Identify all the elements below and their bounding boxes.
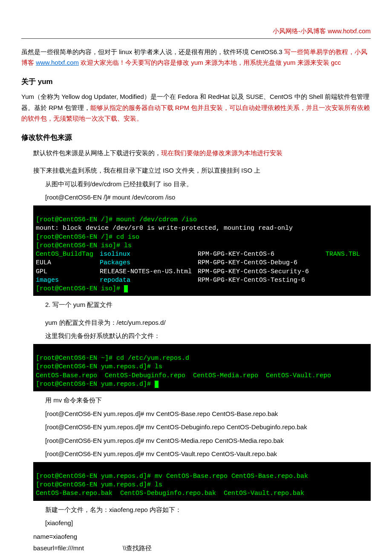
terminal-block-3: [root@CentOS6-EN yum.repos.d]# mv CentOS…: [33, 462, 371, 501]
t1-l3: [root@CentOS6-EN /]# cd iso: [36, 234, 139, 241]
backup-c3: [root@CentOS6-EN yum.repos.d]# mv CentOS…: [45, 435, 371, 446]
modify-p1: 默认软件包来源是从网络上下载进行安装的，现在我们要做的是修改来源为本地进行安装: [33, 147, 371, 159]
modify-p2: 接下来挂载光盘到系统，我在根目录下建立过 ISO 文件夹，所以直接挂到 ISO …: [33, 165, 371, 176]
t1-l2: mount: block device /dev/sr0 is write-pr…: [36, 225, 293, 232]
step2-title: 2. 写一个 yum 配置文件: [45, 299, 371, 310]
terminal-block-2: [root@CentOS6-EN ~]# cd /etc/yum.repos.d…: [33, 344, 371, 391]
t3-l2: [root@CentOS6-EN yum.repos.d]# ls: [36, 481, 162, 489]
t1-a3: GPL: [36, 268, 100, 276]
terminal-block-1: [root@CentOS6-EN /]# mount /dev/cdrom /i…: [33, 205, 371, 296]
modify-p1b: 现在我们要做的是修改来源为本地进行安装: [161, 149, 282, 156]
cfg-l3v: \\查找路径: [123, 543, 152, 554]
newfile-title: 新建一个文件，名为：xiaofeng.repo 内容如下：: [45, 504, 371, 515]
brand-link[interactable]: www.hotxf.com: [328, 27, 371, 35]
step2-p3: 这里我们先备份好系统默认的四个文件：: [45, 330, 371, 341]
t1-b4: repodata: [100, 276, 198, 285]
backup-c4: [root@CentOS6-EN yum.repos.d]# mv CentOS…: [45, 448, 371, 460]
cfg-l3k: baseurl=file:///mnt: [33, 543, 123, 554]
cfg-row2: name=xiaofeng: [33, 531, 371, 542]
cfg-row3: baseurl=file:///mnt\\查找路径: [33, 543, 371, 554]
modify-p1a: 默认软件包来源是从网络上下载进行安装的，: [33, 149, 161, 156]
cfg-l2k: name=xiaofeng: [33, 531, 123, 542]
t1-c4: RPM-GPG-KEY-CentOS-Testing-6: [198, 276, 305, 285]
brand-text: 小风网络-小风博客: [273, 27, 326, 35]
t3-l1: [root@CentOS6-EN yum.repos.d]# mv CentOS…: [36, 473, 308, 480]
modify-p4: [root@CentOS6-EN /]# mount /dev/corom /i…: [45, 192, 371, 203]
modify-p3: 从图中可以看到/dev/cdrom 已经挂载到了 iso 目录。: [45, 179, 371, 190]
t2-l2: [root@CentOS6-EN yum.repos.d]# ls: [36, 363, 162, 370]
t1-c2: RPM-GPG-KEY-CentOS-Debug-6: [198, 259, 297, 267]
t1-row4: imagesrepodataRPM-GPG-KEY-CentOS-Testing…: [36, 276, 368, 285]
t1-b1: isolinux: [100, 250, 198, 259]
t1-a2: EULA: [36, 259, 100, 267]
intro-paragraph: 虽然是一些很简单的内容，但对于 linux 初学者来人说，还是很有用的，软件环境…: [21, 46, 371, 68]
backup-c1: [root@CentOS6-EN yum.repos.d]# mv CentOS…: [45, 408, 371, 419]
t1-a4: images: [36, 276, 100, 285]
intro-text-red2: 欢迎大家光临！今天要写的内容是修改 yum 来源为本地，用系统光盘做 yum 来…: [79, 59, 341, 66]
t1-l4: [root@CentOS6-EN iso]# ls: [36, 242, 132, 249]
t1-c1: RPM-GPG-KEY-CentOS-6: [198, 250, 326, 259]
t1-d1: TRANS.TBL: [326, 250, 360, 259]
t1-l9: [root@CentOS6-EN iso]#: [36, 285, 124, 292]
t2-l1: [root@CentOS6-EN ~]# cd /etc/yum.repos.d: [36, 355, 189, 362]
heading-modify-source: 修改软件包来源: [21, 132, 371, 144]
t1-row3: GPLRELEASE-NOTES-en-US.htmlRPM-GPG-KEY-C…: [36, 268, 368, 276]
backup-c2: [root@CentOS6-EN yum.repos.d]# mv CentOS…: [45, 422, 371, 433]
backup-title: 用 mv 命令来备份下: [45, 395, 371, 406]
t3-l3: CentOS-Base.repo.bak CentOS-Debuginfo.re…: [36, 490, 304, 497]
t2-l4: [root@CentOS6-EN yum.repos.d]#: [36, 381, 155, 388]
page-header: 小风网络-小风博客 www.hotxf.com: [21, 26, 371, 39]
t1-l1: [root@CentOS6-EN /]# mount /dev/cdrom /i…: [36, 216, 197, 223]
t1-c3: RPM-GPG-KEY-CentOS-Security-6: [198, 268, 309, 276]
t2-cursor: [155, 381, 159, 388]
t1-row2: EULAPackagesRPM-GPG-KEY-CentOS-Debug-6: [36, 259, 368, 267]
intro-text-a: 虽然是一些很简单的内容，但对于 linux 初学者来人说，还是很有用的，软件环境…: [21, 48, 284, 55]
t1-row1: CentOS_BuildTagisolinuxRPM-GPG-KEY-CentO…: [36, 250, 368, 259]
t1-a1: CentOS_BuildTag: [36, 250, 100, 259]
t1-b2: Packages: [100, 259, 198, 267]
t1-cursor: [124, 285, 128, 292]
about-yum-paragraph: Yum（全称为 Yellow dog Updater, Modified）是一个…: [21, 91, 371, 124]
t1-b3: RELEASE-NOTES-en-US.html: [100, 268, 198, 276]
t2-l3: CentOS-Base.repo CentOS-Debuginfo.repo C…: [36, 372, 331, 379]
heading-about-yum: 关于 yum: [21, 76, 371, 88]
step2-p2: yum 的配置文件目录为：/etc/yum.repos.d/: [45, 317, 371, 328]
cfg-l1: [xiaofeng]: [45, 517, 371, 529]
intro-link[interactable]: www.hotxf.com: [36, 59, 79, 66]
